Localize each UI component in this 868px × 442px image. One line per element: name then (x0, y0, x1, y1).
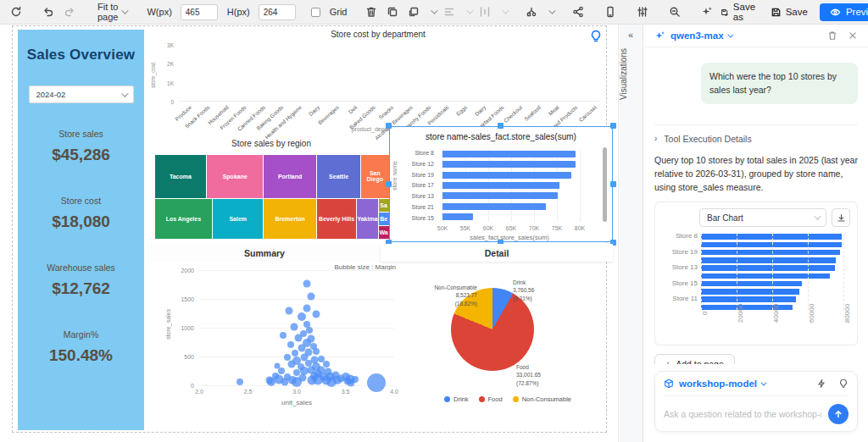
treemap-cell[interactable]: Portland (264, 155, 316, 198)
legend-item-non-consumable[interactable]: Non-Consumable (513, 395, 571, 403)
store-labels: Store 8Store 12Store 19Store 17Store 13S… (397, 149, 439, 222)
legend-item-food[interactable]: Food (479, 395, 503, 403)
treemap-cell[interactable]: Yakima (357, 199, 378, 239)
clear-chat-icon[interactable] (827, 30, 837, 41)
redo-icon[interactable] (62, 4, 77, 19)
swap-caret-icon[interactable] (549, 7, 556, 14)
tab-detail[interactable]: Detail (381, 244, 613, 262)
treemap-cell[interactable]: Beverly Hills (317, 199, 356, 239)
y-axis-label: store_cost (150, 50, 156, 101)
tool-details-label: Tool Execution Details (664, 134, 751, 144)
treemap-cell[interactable]: Spokane (207, 155, 263, 198)
position-icon[interactable] (406, 4, 421, 19)
x-axis-label: unit_sales (199, 399, 394, 406)
align-caret-icon[interactable] (467, 7, 474, 14)
width-input[interactable] (181, 4, 218, 20)
treemap-cell[interactable]: Bremerton (264, 199, 316, 239)
treemap-cell[interactable]: Seattle (317, 155, 360, 198)
question-input[interactable] (664, 409, 821, 419)
resize-handle[interactable] (498, 123, 504, 129)
treemap-cell[interactable]: Wa (379, 226, 389, 239)
refresh-icon[interactable] (8, 4, 24, 19)
dept-bar-chart-widget[interactable]: Store cost by department store_cost 3K2K… (148, 30, 608, 136)
preview-button[interactable]: Preview (820, 3, 868, 21)
position-caret-icon[interactable] (431, 7, 438, 14)
resize-handle[interactable] (610, 123, 616, 129)
kpi-panel-title: Sales Overview (18, 47, 144, 64)
distribute-caret-icon[interactable] (503, 7, 509, 14)
treemap-cell[interactable]: Be (379, 213, 389, 225)
bubble-plot (199, 270, 394, 385)
undo-icon[interactable] (41, 4, 56, 19)
share-icon[interactable] (570, 4, 586, 19)
treemap-widget[interactable]: Store sales by region TacomaSpokanePortl… (148, 139, 394, 240)
chart-title: Store sales by region (148, 139, 394, 148)
duplicate-icon[interactable] (385, 4, 400, 19)
question-composer: workshop-model (654, 371, 858, 432)
add-to-page-button[interactable]: +Add to page (654, 354, 735, 364)
align-icon[interactable] (442, 4, 457, 19)
chevron-down-icon (122, 7, 129, 14)
user-message-bubble: Which were the top 10 stores by sales la… (701, 63, 858, 104)
plus-icon: + (665, 359, 670, 364)
date-filter-dropdown[interactable]: 2024-02 (29, 86, 134, 103)
fit-to-page-select[interactable]: Fit to page (94, 0, 130, 24)
insight-lightbulb-icon[interactable] (589, 30, 604, 44)
send-button[interactable] (828, 404, 849, 424)
kpi-value: $18,080 (18, 213, 144, 231)
grid-label: Grid (330, 7, 348, 17)
chart-scrollbar[interactable] (603, 147, 607, 222)
download-icon[interactable] (832, 208, 850, 227)
close-icon[interactable] (848, 30, 858, 41)
store-bar-chart-widget[interactable]: store name-sales_fact.store_sales(sum) s… (389, 126, 613, 242)
dashboard-canvas[interactable]: Sales Overview 2024-02 Store sales$45,28… (12, 25, 607, 433)
data-model-select[interactable]: workshop-model (679, 378, 765, 389)
swap-chart-icon[interactable] (524, 4, 539, 19)
legend-item-drink[interactable]: Drink (444, 395, 469, 403)
height-input[interactable] (259, 4, 296, 20)
legend-dot (479, 396, 485, 402)
kpi-label: Store sales (18, 129, 144, 139)
kpi-warehouse-sales: Warehouse sales$12,762 (18, 262, 144, 298)
result-chart-card: Bar Chart Store 8Store 19Store 13Store 1… (654, 202, 858, 345)
delete-icon[interactable] (364, 4, 379, 19)
store-bar-plot (442, 149, 580, 222)
distribute-icon[interactable] (477, 4, 492, 19)
mobile-preview-icon[interactable] (603, 4, 618, 19)
quick-actions-icon[interactable] (816, 378, 826, 389)
ai-chat-panel: qwen3-max Which were the top 10 stores b… (644, 25, 868, 442)
treemap-cell[interactable]: Tacoma (155, 155, 207, 198)
resize-handle[interactable] (610, 181, 616, 187)
collapse-panel-icon[interactable]: « (624, 30, 637, 40)
zoom-icon[interactable] (667, 4, 682, 19)
top10-bar-chart: Store 8Store 19Store 13Store 15Store 11 … (662, 234, 850, 339)
tab-visualizations[interactable]: Visualizations (619, 48, 643, 100)
legend-dot (444, 396, 450, 402)
sliders-icon[interactable] (635, 4, 650, 19)
query-description: Query top 10 stores by total sales in 20… (654, 153, 858, 195)
kpi-panel-widget[interactable]: Sales Overview 2024-02 Store sales$45,28… (18, 30, 144, 430)
chart-type-select[interactable]: Bar Chart (699, 208, 826, 227)
save-as-button[interactable]: Save as (721, 2, 758, 22)
treemap-cell[interactable]: Sa (379, 199, 389, 212)
resize-handle[interactable] (386, 123, 392, 129)
ai-sparkle-icon[interactable] (699, 4, 715, 19)
chat-body: Which were the top 10 stores by sales la… (644, 47, 868, 364)
treemap-cell[interactable]: Salem (213, 199, 263, 239)
save-button[interactable]: Save (771, 7, 808, 18)
tool-execution-details-toggle[interactable]: › Tool Execution Details (654, 124, 858, 144)
bubble-chart-widget[interactable]: Bubble size : Margin store_sales 0500100… (155, 262, 406, 412)
llm-model-select[interactable]: qwen3-max (670, 30, 732, 41)
chart-title: store name-sales_fact.store_sales(sum) (390, 132, 612, 141)
suggestions-lightbulb-icon[interactable] (838, 378, 849, 389)
tab-summary[interactable]: Summary (148, 244, 381, 262)
grid-checkbox[interactable] (311, 8, 320, 17)
pie-chart-widget[interactable]: Non-Consumable8,523.77(18.82%) Drink3,76… (394, 262, 621, 411)
treemap-cell[interactable]: Los Angeles (155, 199, 213, 239)
ai-sparkle-icon (654, 30, 665, 41)
pie-callout-drink: Drink3,760.56(8.31%) (513, 279, 534, 302)
save-label: Save (786, 7, 808, 17)
treemap-cell[interactable]: San Diego (361, 155, 388, 198)
resize-handle[interactable] (386, 181, 392, 187)
page-tabs: Summary Detail (148, 244, 613, 262)
